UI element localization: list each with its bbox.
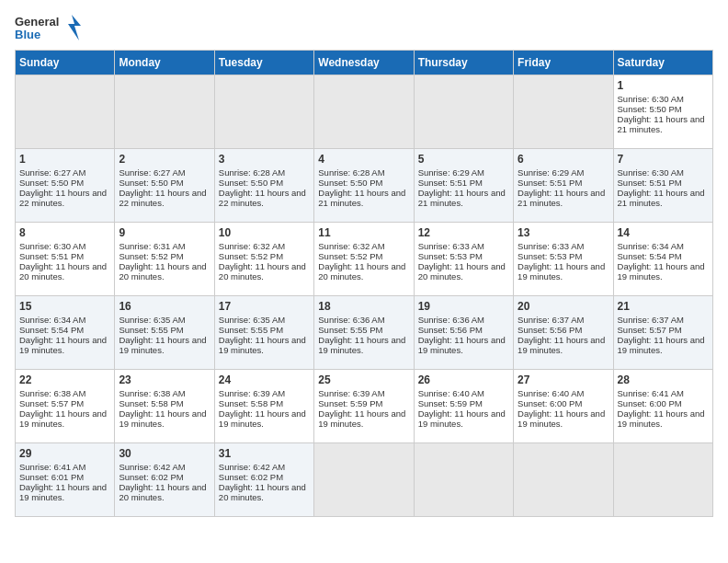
calendar-cell: 27Sunrise: 6:40 AMSunset: 6:00 PMDayligh… <box>514 370 613 443</box>
daylight: Daylight: 11 hours and 19 minutes. <box>618 408 705 429</box>
sunrise: Sunrise: 6:29 AM <box>418 167 484 178</box>
day-number: 2 <box>119 153 210 166</box>
daylight: Daylight: 11 hours and 22 minutes. <box>219 188 306 208</box>
daylight: Daylight: 11 hours and 20 minutes. <box>318 261 405 282</box>
sunset: Sunset: 5:50 PM <box>19 178 84 188</box>
calendar-cell: 31Sunrise: 6:42 AMSunset: 6:02 PMDayligh… <box>214 443 313 517</box>
calendar-cell: 10Sunrise: 6:32 AMSunset: 5:52 PMDayligh… <box>214 223 313 296</box>
calendar-cell: 20Sunrise: 6:37 AMSunset: 5:56 PMDayligh… <box>514 296 613 370</box>
day-number: 25 <box>318 373 409 386</box>
sunset: Sunset: 5:57 PM <box>19 398 84 408</box>
daylight: Daylight: 11 hours and 20 minutes. <box>19 261 107 282</box>
sunrise: Sunrise: 6:42 AM <box>219 462 285 472</box>
daylight: Daylight: 11 hours and 21 minutes. <box>618 188 705 208</box>
sunrise: Sunrise: 6:40 AM <box>518 388 584 398</box>
daylight: Daylight: 11 hours and 20 minutes. <box>119 261 206 282</box>
calendar-cell: 22Sunrise: 6:38 AMSunset: 5:57 PMDayligh… <box>16 370 115 443</box>
sunrise: Sunrise: 6:33 AM <box>518 241 584 251</box>
calendar-cell <box>314 75 414 149</box>
calendar-cell: 15Sunrise: 6:34 AMSunset: 5:54 PMDayligh… <box>16 296 115 370</box>
sunset: Sunset: 6:00 PM <box>618 398 682 408</box>
day-number: 11 <box>318 226 409 239</box>
daylight: Daylight: 11 hours and 19 minutes. <box>618 335 705 355</box>
sunrise: Sunrise: 6:40 AM <box>418 388 484 398</box>
sunset: Sunset: 5:51 PM <box>518 178 582 188</box>
daylight: Daylight: 11 hours and 19 minutes. <box>19 482 107 502</box>
sunrise: Sunrise: 6:41 AM <box>618 388 684 398</box>
sunrise: Sunrise: 6:37 AM <box>618 315 684 325</box>
sunset: Sunset: 6:02 PM <box>219 472 283 482</box>
calendar-cell <box>314 443 414 517</box>
daylight: Daylight: 11 hours and 22 minutes. <box>119 188 206 208</box>
daylight: Daylight: 11 hours and 19 minutes. <box>119 408 206 429</box>
daylight: Daylight: 11 hours and 22 minutes. <box>19 188 107 208</box>
sunrise: Sunrise: 6:32 AM <box>318 241 384 251</box>
calendar-cell: 19Sunrise: 6:36 AMSunset: 5:56 PMDayligh… <box>414 296 513 370</box>
sunset: Sunset: 6:01 PM <box>19 472 84 482</box>
day-number: 22 <box>19 373 110 386</box>
calendar-week-3: 8Sunrise: 6:30 AMSunset: 5:51 PMDaylight… <box>16 223 713 296</box>
sunrise: Sunrise: 6:35 AM <box>119 315 185 325</box>
header-day-friday: Friday <box>514 51 613 75</box>
daylight: Daylight: 11 hours and 21 minutes. <box>518 188 605 208</box>
calendar-cell <box>16 75 115 149</box>
sunrise: Sunrise: 6:30 AM <box>19 241 85 251</box>
daylight: Daylight: 11 hours and 19 minutes. <box>219 408 306 429</box>
daylight: Daylight: 11 hours and 19 minutes. <box>219 335 306 355</box>
sunset: Sunset: 5:52 PM <box>318 251 382 261</box>
calendar-cell: 30Sunrise: 6:42 AMSunset: 6:02 PMDayligh… <box>115 443 214 517</box>
header: General Blue <box>15 15 713 42</box>
sunrise: Sunrise: 6:39 AM <box>318 388 384 398</box>
day-number: 3 <box>219 153 310 166</box>
svg-marker-0 <box>68 15 81 40</box>
daylight: Daylight: 11 hours and 19 minutes. <box>318 408 405 429</box>
day-number: 31 <box>219 447 310 460</box>
daylight: Daylight: 11 hours and 20 minutes. <box>418 261 506 282</box>
sunset: Sunset: 5:53 PM <box>418 251 483 261</box>
sunset: Sunset: 5:58 PM <box>119 398 183 408</box>
day-number: 18 <box>318 300 409 313</box>
calendar-cell <box>613 443 712 517</box>
logo-blue: Blue <box>15 29 59 41</box>
daylight: Daylight: 11 hours and 19 minutes. <box>418 335 506 355</box>
sunrise: Sunrise: 6:30 AM <box>618 94 684 104</box>
day-number: 1 <box>19 153 110 166</box>
header-day-wednesday: Wednesday <box>314 51 414 75</box>
daylight: Daylight: 11 hours and 19 minutes. <box>518 261 605 282</box>
sunset: Sunset: 5:59 PM <box>418 398 483 408</box>
sunrise: Sunrise: 6:38 AM <box>19 388 85 398</box>
sunrise: Sunrise: 6:37 AM <box>518 315 584 325</box>
calendar-week-6: 29Sunrise: 6:41 AMSunset: 6:01 PMDayligh… <box>16 443 713 517</box>
calendar-cell: 4Sunrise: 6:28 AMSunset: 5:50 PMDaylight… <box>314 149 414 223</box>
header-day-monday: Monday <box>115 51 214 75</box>
sunrise: Sunrise: 6:28 AM <box>219 167 285 178</box>
daylight: Daylight: 11 hours and 19 minutes. <box>418 408 506 429</box>
day-number: 4 <box>318 153 409 166</box>
sunset: Sunset: 6:02 PM <box>119 472 183 482</box>
day-number: 23 <box>119 373 210 386</box>
day-number: 17 <box>219 300 310 313</box>
sunset: Sunset: 5:58 PM <box>219 398 283 408</box>
calendar-cell: 2Sunrise: 6:27 AMSunset: 5:50 PMDaylight… <box>115 149 214 223</box>
calendar-header-row: SundayMondayTuesdayWednesdayThursdayFrid… <box>16 51 713 75</box>
calendar-cell <box>414 75 513 149</box>
daylight: Daylight: 11 hours and 20 minutes. <box>219 261 306 282</box>
day-number: 16 <box>119 300 210 313</box>
sunset: Sunset: 5:59 PM <box>318 398 382 408</box>
header-day-thursday: Thursday <box>414 51 513 75</box>
sunset: Sunset: 5:55 PM <box>119 325 183 335</box>
sunrise: Sunrise: 6:31 AM <box>119 241 185 251</box>
calendar-cell <box>214 75 313 149</box>
sunrise: Sunrise: 6:39 AM <box>219 388 285 398</box>
daylight: Daylight: 11 hours and 19 minutes. <box>318 335 405 355</box>
sunrise: Sunrise: 6:32 AM <box>219 241 285 251</box>
calendar-cell: 13Sunrise: 6:33 AMSunset: 5:53 PMDayligh… <box>514 223 613 296</box>
calendar-body: 1Sunrise: 6:30 AMSunset: 5:50 PMDaylight… <box>16 75 713 517</box>
calendar-cell <box>115 75 214 149</box>
calendar-week-2: 1Sunrise: 6:27 AMSunset: 5:50 PMDaylight… <box>16 149 713 223</box>
calendar-cell: 9Sunrise: 6:31 AMSunset: 5:52 PMDaylight… <box>115 223 214 296</box>
sunrise: Sunrise: 6:34 AM <box>618 241 684 251</box>
sunset: Sunset: 5:52 PM <box>219 251 283 261</box>
calendar-cell <box>414 443 513 517</box>
day-number: 19 <box>418 300 509 313</box>
